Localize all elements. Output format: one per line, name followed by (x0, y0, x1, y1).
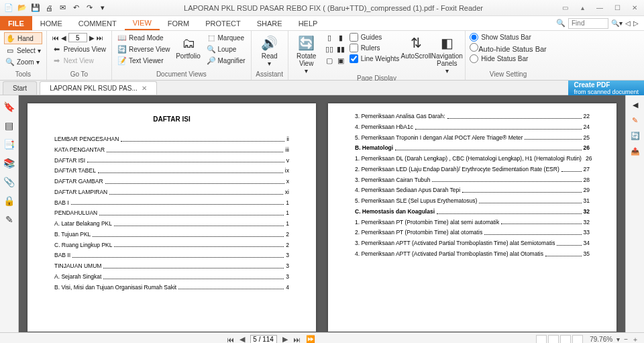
portfolio-button[interactable]: 🗂 Portfolio (174, 32, 203, 60)
page-title: DAFTAR ISI (54, 115, 289, 123)
minimize-icon[interactable]: — (593, 3, 606, 13)
view-mode-2[interactable] (548, 335, 559, 344)
rulers-checkbox[interactable]: Rulers (350, 43, 400, 53)
last-page-icon[interactable]: ⏭ (97, 34, 103, 42)
page-layout-1[interactable]: ▯▮ (323, 32, 347, 43)
portfolio-icon: 🗂 (182, 34, 195, 52)
ribbon-min-icon[interactable]: ▴ (576, 3, 589, 13)
tab-file[interactable]: FILE (0, 16, 32, 30)
text-viewer[interactable]: 📝Text Viewer (116, 55, 172, 66)
undo-icon[interactable]: ↶ (70, 2, 82, 14)
toc-line: BAB II3 (54, 251, 289, 260)
zoom-tool[interactable]: 🔍Zoom ▾ (4, 56, 42, 67)
toc-line: DAFTAR GAMBARx (54, 177, 289, 186)
autoscroll-button[interactable]: ⇅ AutoScroll (402, 32, 430, 60)
view-mode-3[interactable] (560, 335, 571, 344)
toc-line: 4. Pemeriksaan Sediaan Apus Darah Tepi29 (355, 186, 590, 195)
nav-panels-button[interactable]: ◧ Navigation Panels▾ (433, 32, 461, 75)
pages-panel-icon[interactable]: ▤ (3, 119, 15, 132)
right-collapse-icon[interactable]: ◀ (633, 101, 638, 109)
tab-close-icon[interactable]: ✕ (142, 85, 147, 92)
select-tool[interactable]: ▭Select ▾ (4, 45, 42, 56)
continuous-facing-icon: ▮▮ (336, 44, 345, 54)
open-icon[interactable]: 📂 (16, 2, 28, 14)
print-icon[interactable]: 🖨 (43, 2, 55, 14)
tab-start[interactable]: Start (3, 81, 37, 95)
sb-next-icon[interactable]: ▶ (282, 335, 288, 343)
guides-checkbox[interactable]: Guides (350, 32, 400, 42)
comments-panel-icon[interactable]: 📑 (3, 138, 15, 150)
tab-home[interactable]: HOME (32, 16, 70, 30)
document-canvas[interactable]: DAFTAR ISI LEMBAR PENGESAHANiiKATA PENGA… (19, 95, 625, 332)
app-title: LAPORAN PKL RSUD PASAR REBO FIX ( (Baru+… (109, 4, 558, 12)
tab-help[interactable]: HELP (290, 16, 326, 30)
first-page-icon[interactable]: ⏮ (52, 34, 59, 42)
attachments-panel-icon[interactable]: 📎 (3, 176, 15, 188)
tab-view[interactable]: VIEW (125, 16, 160, 30)
line-weights-checkbox[interactable]: Line Weights (350, 54, 400, 64)
email-icon[interactable]: ✉ (56, 2, 68, 14)
redo-icon[interactable]: ↷ (83, 2, 95, 14)
zoom-dropdown-icon[interactable]: ▾ (616, 336, 620, 343)
autohide-status-radio[interactable]: Auto-hide Status Bar (470, 43, 547, 53)
tab-document[interactable]: LAPORAN PKL RSUD PAS... ✕ (40, 81, 157, 95)
reverse-view[interactable]: 🔄Reverse View (116, 44, 172, 54)
search-prev-icon[interactable]: ◁ (625, 19, 631, 27)
show-status-radio[interactable]: Show Status Bar (470, 32, 547, 42)
view-mode-4[interactable] (572, 335, 583, 344)
read-mode[interactable]: 📖Read Mode (116, 32, 172, 43)
marquee-zoom[interactable]: ⬚Marquee (205, 32, 247, 43)
hand-tool[interactable]: ✋Hand (4, 32, 42, 44)
read-button[interactable]: 🔊 Read▾ (256, 32, 284, 67)
tab-share[interactable]: SHARE (249, 16, 290, 30)
goto-page-input[interactable] (68, 33, 87, 42)
search-options-icon[interactable]: 🔍▾ (611, 19, 623, 27)
ribbon-help-icon[interactable]: ▭ (558, 3, 572, 13)
search-input[interactable] (568, 18, 608, 29)
facing-icon: ▯▯ (325, 44, 334, 54)
right-tool-3-icon[interactable]: 📤 (631, 147, 640, 156)
reverse-icon: 🔄 (117, 44, 127, 54)
prev-page-icon[interactable]: ◀ (61, 34, 66, 42)
close-icon[interactable]: ✕ (628, 3, 641, 13)
page-layout-2[interactable]: ▯▯▮▮ (323, 44, 347, 54)
security-panel-icon[interactable]: 🔒 (3, 195, 15, 207)
previous-view[interactable]: ⬅Previous View (51, 44, 107, 54)
toc-line: BAB I1 (54, 199, 289, 207)
loupe-tool[interactable]: 🔍Loupe (205, 44, 247, 54)
hide-status-radio[interactable]: Hide Status Bar (470, 54, 547, 64)
qat-dropdown-icon[interactable]: ▾ (97, 2, 109, 14)
magnifier-tool[interactable]: 🔎Magnifier (205, 55, 247, 66)
right-tool-2-icon[interactable]: 🔄 (631, 132, 640, 140)
view-mode-1[interactable] (536, 335, 547, 344)
search-icon[interactable]: 🔍 (556, 19, 566, 28)
zoom-icon: 🔍 (5, 57, 15, 66)
signatures-panel-icon[interactable]: ✎ (3, 213, 15, 226)
tab-protect[interactable]: PROTECT (197, 16, 249, 30)
goto-nav[interactable]: ⏮ ◀ ▶ ⏭ (51, 32, 107, 43)
save-icon[interactable]: 💾 (30, 2, 42, 14)
right-tool-1-icon[interactable]: ✎ (632, 116, 638, 125)
sb-fwd-icon[interactable]: ⏩ (306, 335, 315, 343)
sb-prev-icon[interactable]: ◀ (239, 335, 245, 343)
promo-create-pdf[interactable]: Create PDF from scanned document (568, 81, 644, 95)
search-next-icon[interactable]: ▷ (633, 19, 639, 27)
tab-comment[interactable]: COMMENT (70, 16, 125, 30)
next-view: ➡Next View (51, 55, 107, 66)
layers-panel-icon[interactable]: 📚 (3, 157, 15, 169)
page-layout-3[interactable]: ▢▣ (323, 55, 347, 66)
bookmarks-panel-icon[interactable]: 🔖 (3, 101, 15, 113)
zoom-in-icon[interactable]: ＋ (632, 335, 639, 344)
zoom-out-icon[interactable]: − (624, 336, 628, 343)
sb-page-input[interactable] (250, 335, 277, 344)
zoom-value: 79.76% (590, 336, 612, 343)
maximize-icon[interactable]: ☐ (610, 3, 624, 13)
single-page-icon: ▯ (325, 33, 334, 42)
tab-form[interactable]: FORM (160, 16, 197, 30)
next-page-icon[interactable]: ▶ (89, 34, 95, 42)
app-logo[interactable]: 📄 (3, 2, 15, 14)
rotate-view-button[interactable]: 🔄 Rotate View▾ (292, 32, 321, 75)
sb-first-icon[interactable]: ⏮ (227, 336, 234, 344)
sb-last-icon[interactable]: ⏭ (293, 336, 301, 344)
toc-line: DAFTAR LAMPIRANxi (54, 188, 289, 197)
